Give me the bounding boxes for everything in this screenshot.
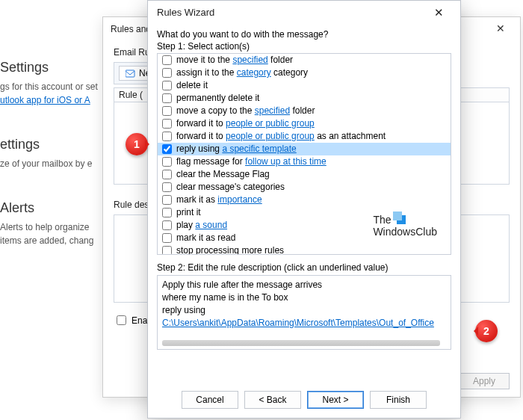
- action-row[interactable]: mark it as importance: [158, 194, 451, 206]
- background-page: Settings gs for this account or set utlo…: [0, 45, 98, 247]
- wizard-question: What do you want to do with the message?: [157, 29, 451, 40]
- action-link[interactable]: a specific template: [222, 143, 296, 154]
- callout-2: 2: [475, 320, 498, 342]
- svg-rect-0: [126, 70, 134, 77]
- bg-heading-alerts: Alerts: [0, 200, 98, 216]
- action-row[interactable]: stop processing more rules: [158, 244, 451, 255]
- close-icon[interactable]: ✕: [426, 1, 451, 25]
- action-label: mark it as read: [176, 232, 235, 244]
- action-row[interactable]: clear the Message Flag: [158, 168, 451, 181]
- apply-button[interactable]: Apply: [459, 373, 510, 389]
- bg-heading-2: ettings: [0, 137, 98, 152]
- action-label: delete it: [176, 79, 208, 92]
- callout-1: 1: [126, 133, 148, 155]
- action-checkbox[interactable]: [162, 119, 172, 129]
- action-row[interactable]: mark it as read: [158, 232, 451, 244]
- action-checkbox[interactable]: [162, 246, 172, 255]
- action-link[interactable]: specified: [232, 55, 267, 65]
- action-row[interactable]: play a sound: [158, 219, 451, 232]
- close-icon[interactable]: ✕: [487, 17, 514, 41]
- finish-button[interactable]: Finish: [370, 391, 427, 409]
- action-row[interactable]: move it to the specified folder: [158, 54, 451, 67]
- action-label: clear the Message Flag: [176, 168, 270, 181]
- action-row[interactable]: delete it: [158, 79, 451, 92]
- action-label: forward it to people or public group as …: [176, 130, 386, 143]
- action-checkbox[interactable]: [162, 170, 172, 179]
- rule-description-box: Apply this rule after the message arrive…: [157, 275, 451, 350]
- bg-text: ze of your mailbox by e: [0, 157, 98, 170]
- action-link[interactable]: importance: [217, 194, 262, 205]
- next-button[interactable]: Next >: [307, 391, 364, 409]
- outlook-app-link[interactable]: utlook app for iOS or A: [0, 95, 90, 105]
- action-checkbox[interactable]: [162, 68, 172, 78]
- action-checkbox[interactable]: [162, 233, 172, 243]
- action-label: permanently delete it: [176, 92, 259, 105]
- action-label: print it: [176, 206, 201, 219]
- action-label: mark it as importance: [176, 194, 262, 206]
- action-label: move a copy to the specified folder: [176, 105, 315, 117]
- action-link[interactable]: category: [237, 67, 271, 78]
- action-label: clear message's categories: [176, 181, 285, 194]
- action-label: assign it to the category category: [176, 67, 308, 79]
- action-label: reply using a specific template: [176, 143, 297, 155]
- action-label: stop processing more rules: [176, 244, 284, 255]
- desc-text: reply using: [162, 305, 205, 315]
- action-link[interactable]: people or public group: [226, 118, 315, 129]
- action-label: flag message for follow up at this time: [176, 155, 327, 168]
- horizontal-scrollbar[interactable]: [162, 340, 440, 346]
- action-checkbox[interactable]: [162, 132, 172, 141]
- action-checkbox[interactable]: [162, 208, 172, 217]
- action-link[interactable]: follow up at this time: [245, 156, 327, 167]
- action-checkbox[interactable]: [162, 55, 172, 65]
- enable-rules-checkbox[interactable]: [117, 315, 126, 325]
- action-row[interactable]: permanently delete it: [158, 92, 451, 105]
- bg-text: items are added, chang: [0, 234, 98, 247]
- action-label: move it to the specified folder: [176, 54, 293, 67]
- action-checkbox[interactable]: [162, 195, 172, 205]
- template-path-link[interactable]: C:\Users\ankit\AppData\Roaming\Microsoft…: [162, 318, 434, 328]
- action-checkbox[interactable]: [162, 220, 172, 230]
- desc-line: where my name is in the To box: [162, 291, 446, 304]
- action-row[interactable]: clear message's categories: [158, 181, 451, 194]
- action-link[interactable]: a sound: [195, 220, 227, 230]
- action-row[interactable]: print it: [158, 206, 451, 219]
- action-checkbox[interactable]: [162, 157, 172, 167]
- action-row[interactable]: reply using a specific template: [158, 143, 451, 155]
- bg-heading-settings: Settings: [0, 60, 98, 75]
- step1-label: Step 1: Select action(s): [157, 41, 451, 52]
- bg-text: utlook app for iOS or A: [0, 93, 98, 107]
- step2-label: Step 2: Edit the rule description (click…: [157, 262, 451, 273]
- cancel-button[interactable]: Cancel: [182, 391, 238, 409]
- action-link[interactable]: specified: [255, 105, 290, 116]
- action-checkbox[interactable]: [162, 81, 172, 90]
- action-row[interactable]: assign it to the category category: [158, 67, 451, 79]
- action-label: forward it to people or public group: [176, 117, 315, 130]
- desc-line: reply using C:\Users\ankit\AppData\Roami…: [162, 304, 446, 330]
- action-row[interactable]: move a copy to the specified folder: [158, 105, 451, 117]
- actions-listbox[interactable]: move it to the specified folderassign it…: [157, 53, 451, 255]
- action-row[interactable]: flag message for follow up at this time: [158, 155, 451, 168]
- desc-line: Apply this rule after the message arrive…: [162, 279, 446, 291]
- dialog-button-row: Cancel < Back Next > Finish: [148, 383, 460, 418]
- action-checkbox[interactable]: [162, 106, 172, 116]
- action-link[interactable]: people or public group: [226, 131, 315, 141]
- dialog-title-text: Rules Wizard: [157, 1, 214, 25]
- bg-text: gs for this account or set: [0, 80, 98, 93]
- back-button[interactable]: < Back: [244, 391, 301, 409]
- action-checkbox[interactable]: [162, 144, 172, 154]
- action-row[interactable]: forward it to people or public group: [158, 117, 451, 130]
- action-checkbox[interactable]: [162, 93, 172, 103]
- action-label: play a sound: [176, 219, 227, 232]
- bg-text: Alerts to help organize: [0, 220, 98, 234]
- rules-wizard-dialog: Rules Wizard ✕ What do you want to do wi…: [147, 0, 461, 419]
- action-row[interactable]: forward it to people or public group as …: [158, 130, 451, 143]
- mail-plus-icon: [126, 69, 136, 78]
- action-checkbox[interactable]: [162, 182, 172, 192]
